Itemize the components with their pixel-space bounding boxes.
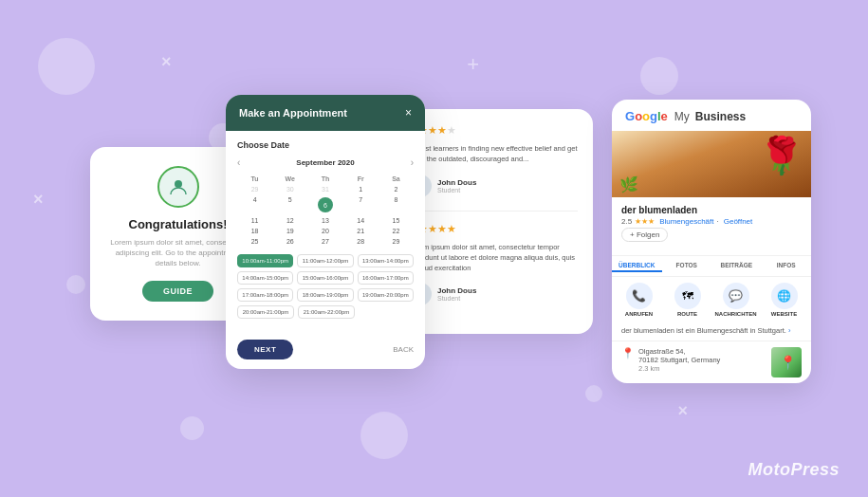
action-route[interactable]: 🗺 ROUTE bbox=[664, 283, 711, 317]
appointment-title: Make an Appointment bbox=[239, 107, 347, 119]
cal-day[interactable]: 25 bbox=[237, 236, 272, 247]
choose-date-label: Choose Date bbox=[237, 140, 414, 150]
time-slot[interactable]: 14:00am-15:00pm bbox=[237, 271, 293, 285]
follow-button[interactable]: + Folgen bbox=[621, 228, 668, 242]
action-anrufen[interactable]: 📞 ANRUFEN bbox=[616, 283, 662, 317]
review1-stars: ★★★★★ bbox=[409, 124, 578, 137]
cal-day[interactable]: 15 bbox=[379, 215, 414, 226]
time-slot[interactable]: 17:00am-18:00pm bbox=[237, 288, 293, 302]
flower-decoration: 🌹 bbox=[759, 135, 803, 176]
congrats-guide-button[interactable]: GUIDE bbox=[142, 281, 213, 302]
time-slot[interactable]: 21:00am-22:00pm bbox=[298, 305, 355, 319]
appointment-body: Choose Date ‹ September 2020 › Tu We Th … bbox=[226, 131, 425, 332]
gmb-actions: 📞 ANRUFEN 🗺 ROUTE 💬 NACHRICHTEN 🌐 WEBSIT… bbox=[612, 277, 811, 322]
calendar-month: September 2020 bbox=[296, 158, 354, 167]
cal-day[interactable]: 12 bbox=[272, 215, 307, 226]
gmb-map-thumbnail[interactable]: 📍 bbox=[771, 347, 802, 377]
route-icon: 🗺 bbox=[674, 283, 701, 309]
appointment-header: Make an Appointment × bbox=[226, 95, 425, 131]
back-button[interactable]: BACK bbox=[393, 345, 414, 354]
cal-day[interactable]: 8 bbox=[379, 194, 414, 215]
time-slot[interactable]: 19:00am-20:00pm bbox=[358, 288, 414, 302]
action-website[interactable]: 🌐 WEBSITE bbox=[761, 283, 807, 317]
reviewer2-role: Student bbox=[437, 295, 476, 302]
reviewer1: 👤 John Dous Student bbox=[409, 175, 578, 197]
gmb-type: Blumengeschäft bbox=[659, 217, 713, 226]
gmb-tabs: ÜBERBLICK FOTOS BEITRÄGE INFOS bbox=[612, 255, 811, 277]
cal-day[interactable]: 30 bbox=[272, 184, 307, 194]
tab-beitrage[interactable]: BEITRÄGE bbox=[711, 260, 762, 272]
cal-day[interactable]: 27 bbox=[307, 236, 342, 247]
review1-text: I assist learners in finding new effecti… bbox=[409, 143, 578, 165]
time-slot[interactable]: 11:00am-12:00pm bbox=[297, 254, 353, 267]
calendar-grid: Tu We Th Fr Sa 29 30 31 1 2 4 5 6 7 8 bbox=[237, 174, 414, 247]
cal-day[interactable]: 4 bbox=[237, 194, 272, 215]
gmb-header: Google My Business bbox=[612, 100, 811, 131]
action-nachrichten[interactable]: 💬 NACHRICHTEN bbox=[712, 283, 759, 317]
reviewer2: 👤 John Dous Student bbox=[409, 283, 578, 305]
time-slot[interactable]: 18:00am-19:00pm bbox=[297, 288, 353, 302]
gmb-info: der blumenladen 2.5 ★★★ Blumengeschäft ·… bbox=[612, 197, 811, 255]
cal-day[interactable]: 20 bbox=[307, 226, 342, 236]
calendar-prev[interactable]: ‹ bbox=[237, 157, 240, 168]
appointment-footer: NEXT BACK bbox=[226, 332, 425, 369]
gmb-rating-row: 2.5 ★★★ Blumengeschäft · Geöffnet bbox=[621, 217, 802, 226]
time-slot[interactable]: 20:00am-21:00pm bbox=[237, 305, 294, 319]
weekday-th: Th bbox=[307, 174, 342, 184]
gmb-my-label: My bbox=[674, 110, 690, 123]
cal-day[interactable]: 28 bbox=[343, 236, 379, 247]
address-distance: 2.3 km bbox=[638, 364, 720, 373]
cal-day[interactable]: 13 bbox=[307, 215, 342, 226]
website-icon: 🌐 bbox=[771, 283, 798, 309]
cal-day[interactable]: 14 bbox=[343, 215, 379, 226]
weekday-fr: Fr bbox=[343, 174, 379, 184]
tab-uberblick[interactable]: ÜBERBLICK bbox=[612, 260, 662, 272]
decoration-x3: × bbox=[677, 401, 688, 421]
address-line2: 70182 Stuttgart, Germany bbox=[638, 356, 720, 364]
map-pin-icon: 📍 bbox=[621, 347, 635, 359]
cal-day[interactable]: 1 bbox=[343, 184, 379, 194]
cal-day[interactable]: 7 bbox=[343, 194, 379, 215]
weekday-sa: Sa bbox=[379, 174, 414, 184]
cal-day[interactable]: 2 bbox=[379, 184, 414, 194]
time-slot[interactable]: 13:00am-14:00pm bbox=[358, 254, 414, 267]
calendar-header: ‹ September 2020 › bbox=[237, 157, 414, 168]
review2-text: Lorem ipsum dolor sit amet, consectetur … bbox=[409, 242, 578, 274]
gmb-description: der blumenladen ist ein Blumengeschäft i… bbox=[612, 322, 811, 341]
calendar-next[interactable]: › bbox=[411, 157, 414, 168]
decoration-plus3: + bbox=[467, 52, 479, 77]
gmb-description-more[interactable]: › bbox=[788, 326, 791, 335]
cal-day[interactable]: 29 bbox=[237, 184, 272, 194]
gmb-business-label: Business bbox=[695, 110, 746, 123]
weekday-we: We bbox=[272, 174, 307, 184]
action-route-label: ROUTE bbox=[677, 311, 697, 317]
tab-infos[interactable]: INFOS bbox=[762, 260, 812, 272]
address-line1: Olgastraße 54, bbox=[638, 347, 720, 356]
close-icon[interactable]: × bbox=[405, 106, 412, 120]
gmb-status: Geöffnet bbox=[724, 217, 753, 226]
cal-day[interactable]: 22 bbox=[379, 226, 414, 236]
time-slot[interactable]: 10:00am-11:00pm bbox=[237, 254, 293, 267]
cal-day[interactable]: 21 bbox=[343, 226, 379, 236]
reviewer1-name: John Dous bbox=[437, 178, 476, 187]
review-divider bbox=[409, 211, 578, 212]
time-slot[interactable]: 16:00am-17:00pm bbox=[358, 271, 414, 285]
gmb-card: Google My Business 🌹 🌿 der blumenladen 2… bbox=[612, 100, 811, 383]
svg-point-0 bbox=[175, 180, 182, 188]
gmb-address: 📍 Olgastraße 54, 70182 Stuttgart, German… bbox=[612, 341, 811, 383]
decoration-x2: × bbox=[33, 190, 44, 210]
next-button[interactable]: NEXT bbox=[237, 340, 293, 359]
congrats-avatar bbox=[157, 166, 199, 208]
cal-day[interactable]: 19 bbox=[272, 226, 307, 236]
tab-fotos[interactable]: FOTOS bbox=[662, 260, 712, 272]
action-website-label: WEBSITE bbox=[771, 311, 797, 317]
cal-day[interactable]: 18 bbox=[237, 226, 272, 236]
cal-day[interactable]: 11 bbox=[237, 215, 272, 226]
cal-day[interactable]: 31 bbox=[307, 184, 342, 194]
cal-day[interactable]: 29 bbox=[379, 236, 414, 247]
cal-day[interactable]: 5 bbox=[272, 194, 307, 215]
cal-day-selected[interactable]: 6 bbox=[307, 194, 342, 215]
time-slot[interactable]: 15:00am-16:00pm bbox=[297, 271, 353, 285]
cal-day[interactable]: 26 bbox=[272, 236, 307, 247]
google-logo: Google bbox=[625, 109, 668, 123]
